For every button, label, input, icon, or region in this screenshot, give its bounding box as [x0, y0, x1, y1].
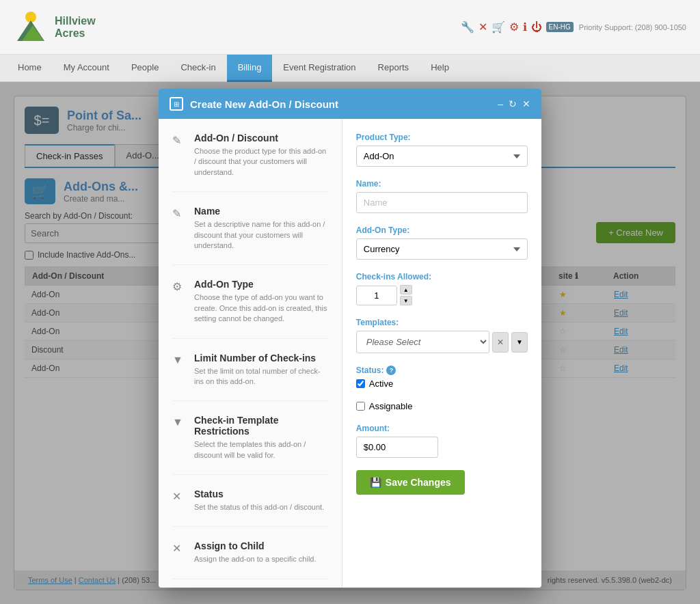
wrench-icon[interactable]: 🔧 — [461, 20, 474, 33]
spinner-down-button[interactable]: ▼ — [400, 296, 412, 305]
minimize-button[interactable]: – — [498, 98, 503, 109]
close-button[interactable]: ✕ — [522, 98, 530, 109]
amount-group: Amount: — [356, 424, 528, 458]
section-addon-discount: ✎ Add-On / Discount Choose the product t… — [172, 133, 328, 192]
templates-select[interactable]: Please Select — [356, 331, 489, 353]
nav-check-in[interactable]: Check-in — [170, 55, 226, 82]
logo-icon — [14, 10, 48, 44]
templates-select-row: Please Select ✕ ▼ — [356, 331, 528, 353]
status-group: Status: ? Active — [356, 366, 528, 389]
status-info-icon[interactable]: ? — [386, 366, 396, 375]
modal-title: Create New Add-On / Discount — [190, 98, 338, 110]
name-input[interactable] — [356, 192, 528, 213]
nav-bar: Home My Account People Check-in Billing … — [0, 55, 700, 82]
pencil-icon: ✎ — [172, 134, 186, 178]
product-type-label: Product Type: — [356, 133, 528, 142]
section-title-assign: Assign to Child — [194, 540, 317, 551]
section-desc: Choose the product type for this add-on … — [194, 146, 328, 178]
section-addon-type: ⚙ Add-On Type Choose the type of add-on … — [172, 279, 328, 338]
nav-billing[interactable]: Billing — [227, 55, 273, 82]
gear-icon[interactable]: ⚙ — [509, 20, 519, 33]
section-title-type: Add-On Type — [194, 279, 328, 290]
assign-icon: ✕ — [172, 542, 186, 564]
spinner-buttons: ▲ ▼ — [400, 285, 412, 305]
filter-icon: ▼ — [172, 354, 186, 387]
main-content: $= Point of Sa... Charge for chi... Chec… — [0, 82, 700, 604]
spinner-up-button[interactable]: ▲ — [400, 285, 412, 294]
section-desc-limit: Set the limit on total number of check-i… — [194, 366, 328, 387]
status-icon: ✕ — [172, 490, 186, 512]
section-title-name: Name — [194, 206, 328, 217]
templates-clear-button[interactable]: ✕ — [492, 332, 509, 353]
nav-reports[interactable]: Reports — [367, 55, 420, 82]
section-title: Add-On / Discount — [194, 133, 328, 143]
section-name: ✎ Name Set a descriptive name for this a… — [172, 206, 328, 265]
save-changes-button[interactable]: 💾 Save Changes — [356, 470, 465, 495]
nav-home[interactable]: Home — [7, 55, 53, 82]
section-title-status: Status — [194, 489, 324, 499]
name-label: Name: — [356, 179, 528, 189]
info-icon[interactable]: ℹ — [523, 20, 527, 33]
filter-icon-2: ▼ — [172, 416, 186, 461]
nav-event-registration[interactable]: Event Registration — [272, 55, 366, 82]
modal-controls: – ↻ ✕ — [498, 98, 530, 109]
nav-people[interactable]: People — [120, 55, 170, 82]
active-checkbox-label[interactable]: Active — [356, 379, 528, 389]
lang-badge[interactable]: EN-HG — [546, 22, 574, 32]
support-text: Priority Support: (208) 900-1050 — [579, 23, 686, 31]
modal-left-panel: ✎ Add-On / Discount Choose the product t… — [159, 119, 342, 588]
section-desc-template: Select the templates this add-on / disco… — [194, 439, 328, 461]
section-status: ✕ Status Set the status of this add-on /… — [172, 489, 328, 527]
nav-my-account[interactable]: My Account — [53, 55, 120, 82]
amount-input[interactable] — [356, 437, 438, 458]
checkins-group: Check-ins Allowed: ▲ ▼ — [356, 272, 528, 305]
checkins-label: Check-ins Allowed: — [356, 272, 528, 282]
section-title-limit: Limit Number of Check-ins — [194, 353, 328, 363]
modal-title-icon: ⊞ — [170, 97, 183, 111]
header-icons: 🔧 ✕ 🛒 ⚙ ℹ ⏻ EN-HG — [461, 20, 574, 33]
assignable-checkbox-label[interactable]: Assignable — [356, 401, 528, 411]
modal-header: ⊞ Create New Add-On / Discount – ↻ ✕ — [159, 89, 541, 119]
section-desc-assign: Assign the add-on to a specific child. — [194, 554, 317, 564]
product-type-group: Product Type: Add-On Discount — [356, 133, 528, 167]
logo-text: Hillview Acres — [55, 15, 96, 40]
modal-right-panel: Product Type: Add-On Discount Name: Add-… — [342, 119, 541, 588]
modal-overlay: ⊞ Create New Add-On / Discount – ↻ ✕ ✎ A… — [0, 82, 700, 604]
active-checkbox[interactable] — [356, 379, 365, 388]
logo-area: Hillview Acres — [14, 10, 96, 44]
assignable-label: Assignable — [369, 401, 413, 411]
addon-type-group: Add-On Type: Currency Quantity Percentag… — [356, 225, 528, 260]
section-desc-name: Set a descriptive name for this add-on /… — [194, 219, 328, 251]
product-type-select[interactable]: Add-On Discount — [356, 146, 528, 167]
close-x-icon[interactable]: ✕ — [479, 20, 487, 33]
amount-label: Amount: — [356, 424, 528, 433]
name-group: Name: — [356, 179, 528, 213]
section-desc-type: Choose the type of add-on you want to cr… — [194, 292, 328, 324]
header-right: 🔧 ✕ 🛒 ⚙ ℹ ⏻ EN-HG Priority Support: (208… — [461, 20, 686, 33]
templates-label: Templates: — [356, 318, 528, 327]
section-assign: ✕ Assign to Child Assign the add-on to a… — [172, 540, 328, 579]
section-template: ▼ Check-in Template Restrictions Select … — [172, 415, 328, 475]
save-icon: 💾 — [370, 477, 381, 488]
section-title-template: Check-in Template Restrictions — [194, 415, 328, 437]
addon-type-select[interactable]: Currency Quantity Percentage — [356, 238, 528, 260]
cart-icon[interactable]: 🛒 — [492, 20, 505, 33]
templates-dropdown-button[interactable]: ▼ — [511, 332, 528, 353]
save-label: Save Changes — [386, 477, 451, 488]
active-label: Active — [369, 379, 393, 389]
top-header: Hillview Acres 🔧 ✕ 🛒 ⚙ ℹ ⏻ EN-HG Priorit… — [0, 0, 700, 55]
refresh-button[interactable]: ↻ — [509, 98, 517, 109]
status-label: Status: ? — [356, 366, 528, 375]
pencil-icon-2: ✎ — [172, 207, 186, 251]
modal-header-left: ⊞ Create New Add-On / Discount — [170, 97, 338, 111]
assignable-group: Assignable — [356, 401, 528, 411]
modal-dialog: ⊞ Create New Add-On / Discount – ↻ ✕ ✎ A… — [159, 89, 541, 588]
gear-icon-section: ⚙ — [172, 280, 186, 324]
modal-body: ✎ Add-On / Discount Choose the product t… — [159, 119, 541, 588]
nav-help[interactable]: Help — [420, 55, 460, 82]
addon-type-label: Add-On Type: — [356, 225, 528, 235]
checkins-input[interactable] — [356, 286, 397, 305]
section-desc-status: Set the status of this add-on / discount… — [194, 502, 324, 512]
assignable-checkbox[interactable] — [356, 402, 365, 411]
power-icon[interactable]: ⏻ — [531, 21, 542, 33]
